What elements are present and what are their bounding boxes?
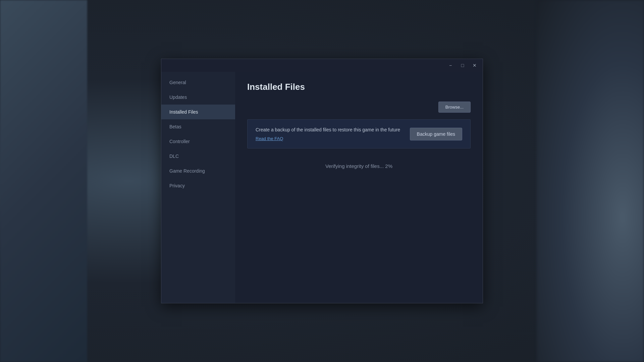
sidebar-item-installed-files[interactable]: Installed Files (161, 105, 235, 119)
page-title: Installed Files (247, 82, 471, 92)
titlebar: − □ ✕ (161, 59, 483, 72)
backup-text: Create a backup of the installed files t… (256, 126, 402, 141)
minimize-button[interactable]: − (445, 61, 456, 70)
browse-row: Browse... (247, 102, 471, 113)
backup-game-files-button[interactable]: Backup game files (410, 128, 462, 140)
sidebar: General Updates Installed Files Betas Co… (161, 72, 235, 303)
maximize-button[interactable]: □ (457, 61, 468, 70)
verify-status: Verifying integrity of files... 2% (247, 158, 471, 174)
backup-section: Create a backup of the installed files t… (247, 119, 471, 148)
sidebar-item-general[interactable]: General (161, 75, 235, 90)
background-left (0, 0, 87, 362)
sidebar-item-privacy[interactable]: Privacy (161, 178, 235, 193)
read-faq-link[interactable]: Read the FAQ (256, 136, 283, 141)
sidebar-item-dlc[interactable]: DLC (161, 149, 235, 164)
main-content: Installed Files Browse... Create a backu… (235, 72, 483, 303)
sidebar-item-game-recording[interactable]: Game Recording (161, 164, 235, 178)
sidebar-item-betas[interactable]: Betas (161, 119, 235, 134)
sidebar-item-updates[interactable]: Updates (161, 90, 235, 105)
background-right (537, 0, 644, 362)
sidebar-item-controller[interactable]: Controller (161, 134, 235, 149)
browse-button[interactable]: Browse... (438, 102, 471, 113)
backup-description: Create a backup of the installed files t… (256, 126, 402, 133)
window-body: General Updates Installed Files Betas Co… (161, 72, 483, 303)
close-button[interactable]: ✕ (469, 61, 480, 70)
main-window: − □ ✕ General Updates Installed Files Be… (161, 59, 483, 303)
